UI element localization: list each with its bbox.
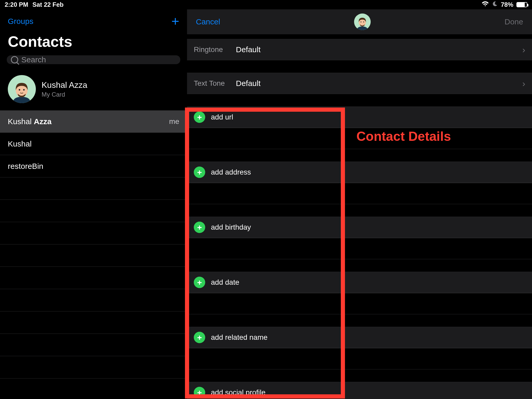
add-date-row[interactable]: + add date [187,272,532,293]
add-related-name-row[interactable]: + add related name [187,327,532,348]
done-button[interactable]: Done [504,17,523,26]
groups-link[interactable]: Groups [8,17,33,26]
contact-row[interactable] [0,244,187,267]
contact-row[interactable] [0,334,187,356]
ringtone-label: Ringtone [194,45,230,54]
contact-row[interactable] [0,289,187,311]
add-address-row[interactable]: + add address [187,162,532,183]
search-input[interactable]: Search [7,55,180,64]
svg-point-3 [23,89,25,91]
chevron-right-icon: › [522,78,525,89]
avatar [8,75,36,103]
battery-percent: 78% [501,1,513,8]
contact-row[interactable]: Kushal Azza me [0,110,187,133]
texttone-row[interactable]: Text Tone Default › [187,73,532,94]
contact-row[interactable] [0,222,187,244]
wifi-icon [482,1,489,8]
plus-circle-icon: + [194,332,205,343]
svg-point-4 [357,26,367,30]
svg-point-2 [19,89,21,91]
plus-circle-icon: + [194,387,205,398]
battery-icon [516,2,527,7]
contact-row[interactable] [0,177,187,200]
ringtone-row[interactable]: Ringtone Default › [187,39,532,60]
my-card-name: Kushal Azza [42,80,87,90]
contact-row[interactable]: restoreBin [0,155,187,177]
header-avatar[interactable] [354,14,371,30]
page-title: Contacts [0,28,187,55]
chevron-right-icon: › [522,45,525,55]
contacts-sidebar: Groups + Contacts Search Kushal Azza [0,9,187,399]
my-card[interactable]: Kushal Azza My Card [0,70,187,110]
search-placeholder: Search [21,55,46,64]
texttone-label: Text Tone [194,79,230,88]
plus-circle-icon: + [194,277,205,288]
cancel-button[interactable]: Cancel [196,17,220,26]
contact-list: Kushal Azza me Kushal restoreBin [0,110,187,399]
dnd-moon-icon [492,1,498,8]
plus-circle-icon: + [194,167,205,178]
contact-row[interactable]: Kushal [0,133,187,155]
contact-row[interactable] [0,200,187,222]
plus-circle-icon: + [194,111,205,123]
add-social-profile-row[interactable]: + add social profile [187,382,532,399]
plus-circle-icon: + [194,222,205,233]
status-date: Sat 22 Feb [32,1,64,8]
add-birthday-row[interactable]: + add birthday [187,217,532,238]
contact-row[interactable] [0,378,187,399]
contact-detail-panel: Cancel Done Ringtone Default › [187,9,532,399]
svg-point-7 [363,22,364,22]
status-bar: 2:20 PM Sat 22 Feb 78% [0,0,532,9]
detail-header: Cancel Done [187,9,532,34]
contact-row[interactable] [0,356,187,378]
add-contact-button[interactable]: + [171,15,179,28]
contact-row[interactable] [0,267,187,289]
me-tag: me [169,117,179,126]
status-time: 2:20 PM [5,1,28,8]
svg-point-0 [14,97,30,103]
ringtone-value: Default [236,45,261,54]
texttone-value: Default [236,79,261,88]
contact-row[interactable] [0,311,187,334]
svg-point-6 [361,22,361,22]
search-icon [11,56,18,63]
my-card-sub: My Card [42,91,87,98]
add-url-row[interactable]: + add url [187,107,532,128]
